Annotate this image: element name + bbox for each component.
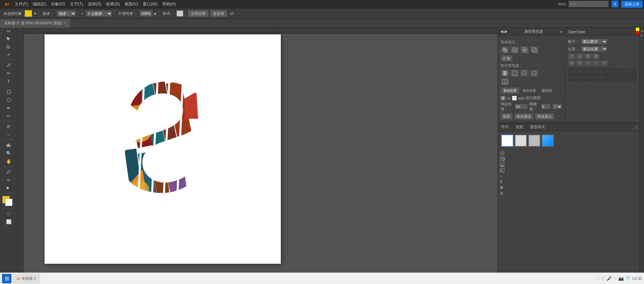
icon-8[interactable]: ⊙ [500,191,505,196]
tool-graph[interactable] [1,141,16,149]
tool-knife[interactable]: ✂ [1,112,16,120]
tool-selection[interactable] [1,35,16,42]
tool-lasso[interactable] [1,51,16,58]
tab-symbols[interactable]: 符号 [498,123,512,131]
shape-exclude-btn[interactable] [530,46,539,54]
taskbar-icon-cam[interactable]: 📷 [618,276,624,281]
taskbar-icon-en[interactable]: 英 [601,276,605,282]
start-btn[interactable]: ⊞ [2,274,11,283]
tool-blend[interactable]: ∞ [1,176,16,183]
pf-crop-btn[interactable] [530,69,539,77]
pf-outline-btn[interactable] [501,78,509,85]
shape-unite-btn[interactable] [501,46,509,54]
menu-help[interactable]: 帮助(H) [160,0,178,8]
side-length-input[interactable] [514,104,528,110]
tool-pencil[interactable]: ✏ [1,69,16,77]
restore-btn[interactable]: 恢复默认 [535,113,555,120]
pf-merge-btn[interactable] [520,69,529,77]
tool-rotate[interactable]: ⟳ [1,123,16,130]
ot-icon-ff[interactable]: ff [592,53,600,59]
panel-toggle-left-1[interactable]: ◂ [7,29,8,33]
frp-toggle-2[interactable]: ▸ [640,33,644,37]
menu-view[interactable]: 视图(V) [123,0,140,8]
tool-pen[interactable] [1,61,16,69]
opacity-input[interactable] [139,10,153,17]
ot-icon-ord[interactable]: ⁿ [584,60,592,66]
swatch-yellow[interactable] [636,28,639,31]
tab-document[interactable]: 未标题-1* @ 50% (RGB/GPU 预览) × [0,19,71,28]
taskbar-icon-msg[interactable]: ✉ [613,276,617,281]
save-btn[interactable]: 保存修设 [514,113,534,120]
ot-icon-sup[interactable]: ⁰₁ [568,60,575,66]
pathfinder-menu-icon[interactable]: ≡ [560,30,562,34]
reset-btn[interactable]: 刷新 [501,113,513,120]
link-icon[interactable] [500,157,505,161]
menu-file[interactable]: 文件(F) [13,0,30,8]
style-thumb-1[interactable] [501,135,513,147]
tab-graphic-styles[interactable]: 图形样式 [527,123,549,131]
info-icon[interactable]: i [500,151,505,155]
panel-collapse-1[interactable]: ◀ [501,29,503,34]
ot-icon-st[interactable]: ˢᵗ [600,60,608,66]
style-thumb-2[interactable] [515,135,527,147]
style-thumb-4[interactable] [542,135,554,147]
expand-btn[interactable]: 扩展 [501,55,513,62]
frp-toggle-1[interactable]: ◂ [640,29,644,32]
ot-icon-f[interactable]: f [568,53,575,59]
menu-object[interactable]: 对象(O) [49,0,67,8]
position-select[interactable]: 默认位置 [581,46,608,52]
tool-draw-mode[interactable]: □ [1,210,16,217]
tool-ellipse[interactable] [1,96,16,104]
precision-input[interactable] [541,104,551,110]
checkbox-1[interactable] [501,96,505,101]
preferences-btn[interactable]: 首选项 [210,10,227,17]
taskbar-icon-shirt[interactable]: 👕 [625,276,630,281]
menu-effect[interactable]: 效果(G) [104,0,122,8]
point-shape-dropdown[interactable]: 3 点圆形 [85,10,112,17]
panel-toggle-left-2[interactable]: ▸ [9,29,11,33]
search-input[interactable] [568,1,609,7]
tool-rect[interactable] [1,88,16,95]
icon-6[interactable]: V [500,179,505,184]
tool-zoom[interactable]: 🔍 [1,149,16,157]
adobe-cloud-icon[interactable]: ☁ [500,162,505,167]
style-thumb-3[interactable] [528,135,540,147]
number-select[interactable]: 默认数字 [581,38,608,45]
fill-stroke-indicator[interactable] [2,196,15,207]
tool-gradient[interactable] [1,184,16,192]
ot-icon-swash[interactable]: ~ [592,60,600,66]
style-swatch[interactable] [177,10,183,17]
tool-hand[interactable]: ✋ [1,158,16,165]
pf-divide-btn[interactable] [501,69,509,77]
menu-text[interactable]: 文字(T) [68,0,85,8]
panel-min-btn[interactable]: _ [633,125,635,130]
menu-edit[interactable]: 编辑(E) [31,0,48,8]
tab-shape[interactable]: 形状设置 [520,87,539,94]
tab-basic[interactable]: 基础设置 [501,87,520,94]
ot-icon-fl[interactable]: fl [584,53,592,59]
icon-7[interactable]: ⊕ [500,185,505,190]
style-dropdown[interactable]: 描述： [56,10,76,17]
text-tool-icon[interactable]: T [500,168,505,173]
taskbar-icon-mic[interactable]: 🎤 [607,276,612,281]
ot-icon-frac[interactable]: ½ [576,60,584,66]
fill-color[interactable] [25,10,32,17]
tool-direct-select[interactable] [1,43,16,50]
panel-collapse-2[interactable]: ▶ [505,29,507,34]
taskbar-icon-s[interactable]: S [596,276,599,281]
tool-screen-mode[interactable]: ⬜ [1,218,16,225]
pf-trim-btn[interactable] [510,69,519,77]
ot-icon-fi[interactable]: fi [576,53,584,59]
tool-scale[interactable]: ↔ [1,131,16,138]
tool-type[interactable]: T [1,78,16,85]
tab-close-btn[interactable]: × [64,21,66,25]
icon-5[interactable]: ↕ [500,174,505,178]
tab-color[interactable]: 颜色档 [539,87,555,94]
precision-select[interactable]: 0 [552,104,562,110]
checkbox-2[interactable]: ✓ [512,96,517,101]
tab-brushes[interactable]: 画笔 [512,123,527,131]
menu-select[interactable]: 选择(S) [86,0,103,8]
tool-eyedropper[interactable] [1,168,16,175]
doc-setup-btn[interactable]: 文档设置 [188,10,209,17]
adobe-stock-btn[interactable]: 选择上传 [621,1,643,8]
